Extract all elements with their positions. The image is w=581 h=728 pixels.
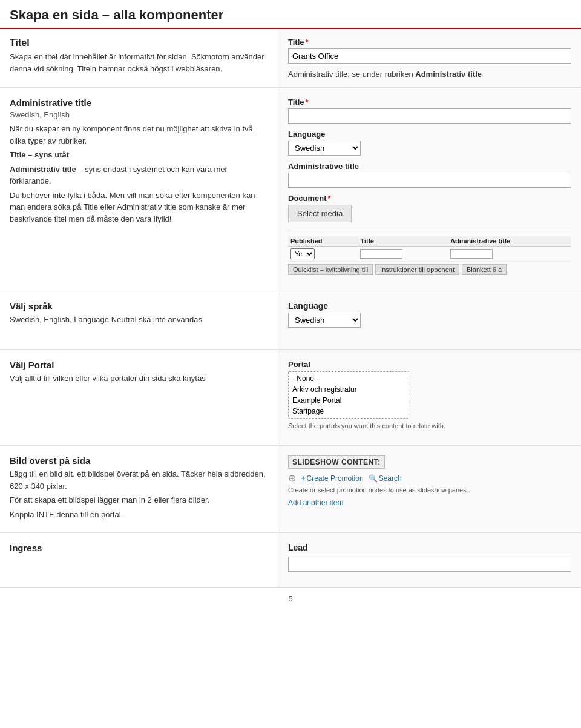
lang-box-select[interactable]: Swedish English Language Neutral xyxy=(288,313,361,328)
portal-label: Portal xyxy=(288,360,571,369)
bild-right: SLIDESHOW CONTENT: ⊕ + Create Promotion … xyxy=(278,446,581,532)
language-select[interactable]: Swedish English xyxy=(288,141,361,156)
bild-body2: För att skapa ett bildspel lägger man in… xyxy=(10,494,268,506)
document-section: Document* Select media Published Title A… xyxy=(288,194,571,275)
search-icon: 🔍 xyxy=(369,474,378,483)
ingress-right: Lead xyxy=(278,533,581,587)
valj-portal-heading: Välj Portal xyxy=(10,360,268,370)
page-header: Skapa en sida – alla komponenter xyxy=(0,0,581,29)
administrative-body1: När du skapar en ny komponent finns det … xyxy=(10,123,268,147)
page-number: 5 xyxy=(288,594,292,603)
page-footer: 5 xyxy=(0,588,581,609)
section-administrative: Administrative title Swedish, English Nä… xyxy=(0,88,581,291)
portal-listbox[interactable]: - None - Arkiv och registratur Example P… xyxy=(288,371,409,419)
portal-section: Portal - None - Arkiv och registratur Ex… xyxy=(288,360,571,429)
portal-option-arkiv[interactable]: Arkiv och registratur xyxy=(289,384,409,395)
language-box: Language Swedish English Language Neutra… xyxy=(288,301,571,334)
valj-sprak-heading: Välj språk xyxy=(10,301,268,311)
search-button[interactable]: 🔍 Search xyxy=(369,474,402,483)
section-bild: Bild överst på sida Lägg till en bild al… xyxy=(0,446,581,533)
valj-sprak-right: Language Swedish English Language Neutra… xyxy=(278,291,581,349)
published-select[interactable]: Yes No xyxy=(290,248,315,259)
slideshow-section: SLIDESHOW CONTENT: ⊕ + Create Promotion … xyxy=(288,455,571,507)
bild-left: Bild överst på sida Lägg till en bild al… xyxy=(0,446,278,532)
col-admin-title: Administrative title xyxy=(448,236,571,247)
valj-portal-right: Portal - None - Arkiv och registratur Ex… xyxy=(278,350,581,445)
page-main-title: Skapa en sida – alla komponenter xyxy=(10,7,571,23)
add-another-item-link[interactable]: Add another item xyxy=(288,498,343,507)
ingress-left: Ingress xyxy=(0,533,278,587)
admin-required-star: * xyxy=(306,98,309,107)
valj-portal-body: Välj alltid till vilken eller vilka port… xyxy=(10,372,268,385)
section-administrative-right: Title* Language Swedish English Administ… xyxy=(278,88,581,291)
row-admin-title-input[interactable] xyxy=(450,249,493,259)
doc-required-star: * xyxy=(328,194,331,203)
admin-title-field-label: Administrative title xyxy=(288,162,571,171)
select-media-button[interactable]: Select media xyxy=(288,205,352,222)
admin-title-input[interactable] xyxy=(288,108,571,124)
lang-box-label: Language xyxy=(288,301,571,311)
portal-option-startpage[interactable]: Startpage xyxy=(289,406,409,417)
col-title: Title xyxy=(358,236,448,247)
valj-sprak-left: Välj språk Swedish, English, Language Ne… xyxy=(0,291,278,349)
lead-label: Lead xyxy=(288,543,571,552)
administrative-body3: Administrativ title – syns endast i syst… xyxy=(10,164,268,187)
administrative-body2: Title – syns utåt xyxy=(10,149,268,161)
titel-body: Skapa en titel där innehållet är informa… xyxy=(10,51,268,74)
document-table: Published Title Administrative title Yes… xyxy=(288,236,571,262)
cell-title xyxy=(358,247,448,262)
section-titel: Titel Skapa en titel där innehållet är i… xyxy=(0,29,581,88)
row-title-input[interactable] xyxy=(360,249,402,259)
quicklink-3[interactable]: Blankett 6 a xyxy=(462,264,507,275)
cell-admin-title xyxy=(448,247,571,262)
slideshow-controls: ⊕ + Create Promotion 🔍 Search xyxy=(288,472,571,484)
required-indicator: * xyxy=(306,38,309,47)
language-field-label: Language xyxy=(288,130,571,139)
titel-heading: Titel xyxy=(10,38,268,48)
section-titel-right: Title* Administrativ title; se under rub… xyxy=(278,29,581,87)
section-valj-portal: Välj Portal Välj alltid till vilken elle… xyxy=(0,350,581,446)
document-label: Document* xyxy=(288,194,571,203)
drag-handle-icon: ⊕ xyxy=(288,472,296,484)
administrative-heading: Administrative title xyxy=(10,98,268,108)
title-field-label: Title* xyxy=(288,38,571,47)
doc-divider xyxy=(288,231,571,231)
bild-body3: Koppla INTE denna till en portal. xyxy=(10,509,268,521)
bild-body1: Lägg till en bild alt. ett bildspel över… xyxy=(10,468,268,492)
portal-note: Select the portals you want this content… xyxy=(288,422,571,429)
section-administrative-left: Administrative title Swedish, English Nä… xyxy=(0,88,278,291)
col-published: Published xyxy=(288,236,358,247)
admin-title-label: Title* xyxy=(288,98,571,107)
table-row: Yes No xyxy=(288,247,571,262)
section-valj-sprak: Välj språk Swedish, English, Language Ne… xyxy=(0,291,581,350)
slideshow-header-label: SLIDESHOW CONTENT: xyxy=(288,455,385,469)
title-note: Administrativ title; se under rubriken A… xyxy=(288,70,571,79)
title-input[interactable] xyxy=(288,48,571,64)
create-promotion-button[interactable]: + Create Promotion xyxy=(301,474,364,483)
administrative-subtitle: Swedish, English xyxy=(10,110,268,119)
admin-title-field-input[interactable] xyxy=(288,173,571,188)
section-ingress: Ingress Lead xyxy=(0,533,581,588)
plus-icon: + xyxy=(301,474,306,483)
quicklinks-row: Ouicklist – kvittblivning till Instrukti… xyxy=(288,264,571,275)
quicklink-1[interactable]: Ouicklist – kvittblivning till xyxy=(288,264,373,275)
section-titel-left: Titel Skapa en titel där innehållet är i… xyxy=(0,29,278,87)
valj-portal-left: Välj Portal Välj alltid till vilken elle… xyxy=(0,350,278,445)
portal-option-none[interactable]: - None - xyxy=(289,373,409,384)
lead-input[interactable] xyxy=(288,557,571,572)
portal-option-example[interactable]: Example Portal xyxy=(289,395,409,406)
slideshow-note: Create or select promotion nodes to use … xyxy=(288,486,571,494)
valj-sprak-body: Swedish, English, Language Neutral ska i… xyxy=(10,314,268,326)
administrative-body4: Du behöver inte fylla i båda. Men vill m… xyxy=(10,190,268,225)
bild-heading: Bild överst på sida xyxy=(10,455,268,466)
quicklink-2[interactable]: Instruktioner till opponent xyxy=(375,264,459,275)
cell-published: Yes No xyxy=(288,247,358,262)
ingress-heading: Ingress xyxy=(10,543,268,553)
